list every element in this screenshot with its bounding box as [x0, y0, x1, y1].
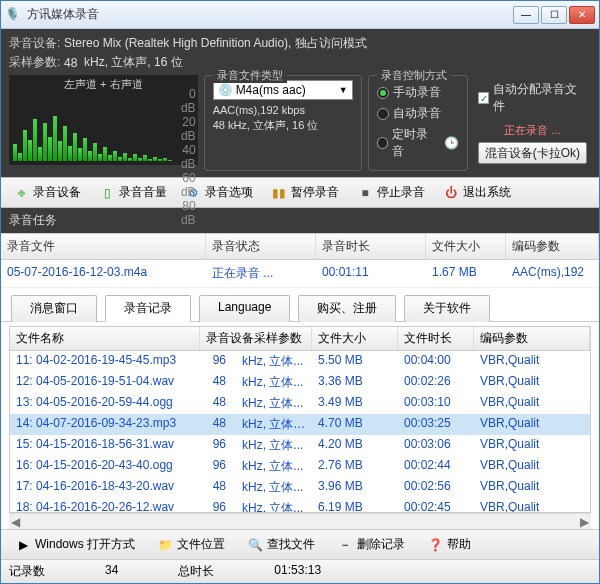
autoassign-checkbox[interactable]: ✓ 自动分配录音文件 — [478, 81, 587, 115]
mixer-label: 混音设备(卡拉Ok) — [485, 145, 580, 162]
bottom-btn-2[interactable]: 🔍查找文件 — [241, 534, 321, 555]
record-row[interactable]: 18: 04-16-2016-20-26-12.wav96kHz, 立体...6… — [10, 498, 590, 513]
toolbar-label: 暂停录音 — [291, 184, 339, 201]
record-row[interactable]: 14: 04-07-2016-09-34-23.mp348kHz, 立体声...… — [10, 414, 590, 435]
rcol-sample[interactable]: 录音设备采样参数 — [200, 327, 312, 350]
toolbar-icon: ■ — [357, 185, 373, 201]
bottom-btn-1[interactable]: 📁文件位置 — [151, 534, 231, 555]
radio-label: 手动录音 — [393, 84, 441, 101]
chevron-down-icon: ▼ — [339, 85, 348, 95]
h-scrollbar[interactable]: ◀▶ — [9, 513, 591, 529]
toolbar-label: 录音设备 — [33, 184, 81, 201]
totaldur-value: 01:53:13 — [274, 563, 321, 577]
tab-3[interactable]: 购买、注册 — [298, 295, 396, 322]
radio-label: 定时录音 — [392, 126, 439, 160]
radio-0[interactable]: 手动录音 — [377, 84, 459, 101]
toolbar-label: 录音音量 — [119, 184, 167, 201]
control-legend: 录音控制方式 — [377, 68, 451, 83]
record-row[interactable]: 15: 04-15-2016-18-56-31.wav96kHz, 立体...4… — [10, 435, 590, 456]
radio-icon — [377, 137, 389, 149]
count-value: 34 — [105, 563, 118, 577]
codec-value: AAC(ms),192 kbps — [213, 104, 353, 116]
task-row[interactable]: 05-07-2016-16-12-03.m4a正在录音 ...00:01:111… — [1, 260, 599, 288]
record-row[interactable]: 11: 04-02-2016-19-45-45.mp396kHz, 立体...5… — [10, 351, 590, 372]
toolbar-icon: ⎆ — [13, 185, 29, 201]
sample-label: 采样参数: — [9, 54, 64, 71]
col-file[interactable]: 录音文件 — [1, 234, 206, 259]
settings-panel: 录音设备: Stereo Mix (Realtek High Definitio… — [1, 29, 599, 177]
maximize-button[interactable]: ☐ — [541, 6, 567, 24]
bottom-icon: ▶ — [15, 537, 31, 553]
radio-1[interactable]: 自动录音 — [377, 105, 459, 122]
radio-2[interactable]: 定时录音 🕒 — [377, 126, 459, 160]
control-mode-group: 录音控制方式 手动录音自动录音定时录音 🕒 — [368, 75, 468, 171]
record-row[interactable]: 13: 04-05-2016-20-59-44.ogg48kHz, 立体...3… — [10, 393, 590, 414]
device-label: 录音设备: — [9, 35, 64, 52]
status-bar: 记录数 34 总时长 01:53:13 — [1, 559, 599, 583]
bottom-toolbar: ▶Windows 打开方式📁文件位置🔍查找文件−删除记录❓帮助 — [1, 529, 599, 559]
app-icon: 🎙️ — [5, 7, 21, 23]
count-label: 记录数 — [9, 564, 45, 578]
toolbar-btn-3[interactable]: ▮▮暂停录音 — [265, 182, 345, 203]
col-state[interactable]: 录音状态 — [206, 234, 316, 259]
bottom-btn-0[interactable]: ▶Windows 打开方式 — [9, 534, 141, 555]
record-row[interactable]: 17: 04-16-2016-18-43-20.wav48kHz, 立体...3… — [10, 477, 590, 498]
bottom-btn-4[interactable]: ❓帮助 — [421, 534, 477, 555]
file-type-legend: 录音文件类型 — [213, 68, 287, 83]
toolbar-label: 退出系统 — [463, 184, 511, 201]
rcol-enc[interactable]: 编码参数 — [474, 327, 590, 350]
sample-rate: 48 — [64, 56, 77, 70]
device-value: Stereo Mix (Realtek High Definition Audi… — [64, 35, 367, 52]
right-column: ✓ 自动分配录音文件 正在录音 ... 混音设备(卡拉Ok) — [474, 75, 591, 171]
toolbar-btn-4[interactable]: ■停止录音 — [351, 182, 431, 203]
toolbar-btn-0[interactable]: ⎆录音设备 — [7, 182, 87, 203]
rcol-name[interactable]: 文件名称 — [10, 327, 200, 350]
tab-0[interactable]: 消息窗口 — [11, 295, 97, 322]
bottom-label: 文件位置 — [177, 536, 225, 553]
format-selected: M4a(ms aac) — [236, 83, 306, 97]
col-size[interactable]: 文件大小 — [426, 234, 506, 259]
clock-icon[interactable]: 🕒 — [444, 136, 459, 150]
toolbar-btn-1[interactable]: ▯录音音量 — [93, 182, 173, 203]
col-dur[interactable]: 录音时长 — [316, 234, 426, 259]
records-table: 文件名称 录音设备采样参数 文件大小 文件时长 编码参数 11: 04-02-2… — [9, 326, 591, 513]
toolbar-label: 停止录音 — [377, 184, 425, 201]
col-enc[interactable]: 编码参数 — [506, 234, 599, 259]
autoassign-label: 自动分配录音文件 — [493, 81, 587, 115]
titlebar[interactable]: 🎙️ 方讯媒体录音 — ☐ ✕ — [1, 1, 599, 29]
bottom-label: Windows 打开方式 — [35, 536, 135, 553]
toolbar-icon: ▯ — [99, 185, 115, 201]
bottom-label: 帮助 — [447, 536, 471, 553]
main-toolbar: ⎆录音设备▯录音音量⚙录音选项▮▮暂停录音■停止录音⏻退出系统 — [1, 177, 599, 208]
format-select[interactable]: 💿M4a(ms aac) ▼ — [213, 80, 353, 100]
rcol-dur[interactable]: 文件时长 — [398, 327, 474, 350]
tasks-title: 录音任务 — [1, 208, 599, 233]
bottom-icon: ❓ — [427, 537, 443, 553]
bottom-label: 查找文件 — [267, 536, 315, 553]
toolbar-icon: ⏻ — [443, 185, 459, 201]
disc-icon: 💿 — [218, 83, 233, 97]
toolbar-btn-5[interactable]: ⏻退出系统 — [437, 182, 517, 203]
record-row[interactable]: 16: 04-15-2016-20-43-40.ogg96kHz, 立体...2… — [10, 456, 590, 477]
bottom-btn-3[interactable]: −删除记录 — [331, 534, 411, 555]
tab-1[interactable]: 录音记录 — [105, 295, 191, 322]
tab-4[interactable]: 关于软件 — [404, 295, 490, 322]
app-window: 🎙️ 方讯媒体录音 — ☐ ✕ 录音设备: Stereo Mix (Realte… — [0, 0, 600, 584]
tasks-header: 录音文件 录音状态 录音时长 文件大小 编码参数 — [1, 233, 599, 260]
close-button[interactable]: ✕ — [569, 6, 595, 24]
radio-label: 自动录音 — [393, 105, 441, 122]
bottom-icon: 📁 — [157, 537, 173, 553]
tab-2[interactable]: Language — [199, 295, 290, 322]
radio-icon — [377, 87, 389, 99]
meter-label: 左声道 + 右声道 — [9, 77, 198, 92]
sample-detail: kHz, 立体声, 16 位 — [84, 54, 183, 71]
recording-status: 正在录音 ... — [478, 123, 587, 138]
minimize-button[interactable]: — — [513, 6, 539, 24]
rcol-size[interactable]: 文件大小 — [312, 327, 398, 350]
bottom-icon: − — [337, 537, 353, 553]
tasks-body: 05-07-2016-16-12-03.m4a正在录音 ...00:01:111… — [1, 260, 599, 288]
totaldur-label: 总时长 — [178, 564, 214, 578]
record-row[interactable]: 12: 04-05-2016-19-51-04.wav48kHz, 立体...3… — [10, 372, 590, 393]
mixer-button[interactable]: 混音设备(卡拉Ok) — [478, 142, 587, 164]
toolbar-label: 录音选项 — [205, 184, 253, 201]
